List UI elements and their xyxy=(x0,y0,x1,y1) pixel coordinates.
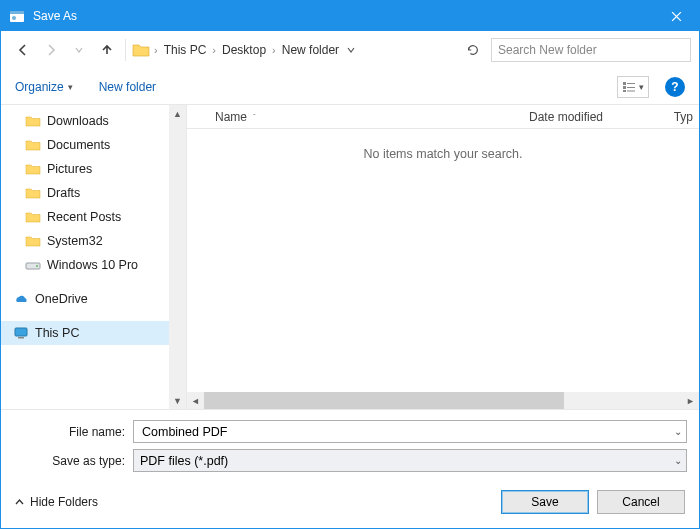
save-as-dialog: Save As › This PC › Desktop › New folder… xyxy=(0,0,700,529)
new-folder-button[interactable]: New folder xyxy=(99,80,156,94)
navigation-bar: › This PC › Desktop › New folder Search … xyxy=(1,31,699,69)
chevron-down-icon: ▾ xyxy=(68,82,73,92)
tree-item-label: Recent Posts xyxy=(47,210,121,224)
view-icon xyxy=(622,81,636,93)
main-area: DownloadsDocumentsPicturesDraftsRecent P… xyxy=(1,105,699,410)
address-dropdown[interactable] xyxy=(343,46,359,54)
tree-item-label: Pictures xyxy=(47,162,92,176)
breadcrumb-item[interactable]: New folder xyxy=(280,43,341,57)
tree-item-label: This PC xyxy=(35,326,79,340)
tree-item-label: OneDrive xyxy=(35,292,88,306)
close-button[interactable] xyxy=(653,1,699,31)
breadcrumb-item[interactable]: This PC xyxy=(162,43,209,57)
tree-item[interactable]: This PC xyxy=(1,321,186,345)
svg-rect-12 xyxy=(18,337,24,339)
save-fields: File name: ⌄ Save as type: PDF files (*.… xyxy=(1,410,699,480)
tree-item[interactable]: Drafts xyxy=(1,181,186,205)
tree-item[interactable]: System32 xyxy=(1,229,186,253)
chevron-up-icon xyxy=(15,498,24,507)
sort-caret-icon: ˆ xyxy=(253,112,256,121)
chevron-down-icon[interactable]: ⌄ xyxy=(674,455,682,466)
file-list-area: Nameˆ Date modified Typ No items match y… xyxy=(187,105,699,409)
savetype-select[interactable]: PDF files (*.pdf) ⌄ xyxy=(133,449,687,472)
tree-item-label: System32 xyxy=(47,234,103,248)
chevron-right-icon: › xyxy=(210,44,218,56)
svg-rect-8 xyxy=(627,90,635,91)
svg-rect-7 xyxy=(627,87,635,88)
svg-rect-3 xyxy=(623,82,626,85)
refresh-button[interactable] xyxy=(461,38,485,62)
view-options-button[interactable]: ▾ xyxy=(617,76,649,98)
scroll-left-icon[interactable]: ◄ xyxy=(187,392,204,409)
search-input[interactable]: Search New folder xyxy=(491,38,691,62)
scrollbar-thumb[interactable] xyxy=(204,392,564,409)
tree-item[interactable]: Documents xyxy=(1,133,186,157)
search-placeholder: Search New folder xyxy=(498,43,597,57)
filename-text[interactable] xyxy=(140,424,680,440)
tree-scrollbar[interactable]: ▲ ▼ xyxy=(169,105,186,409)
chevron-right-icon: › xyxy=(270,44,278,56)
breadcrumb-item[interactable]: Desktop xyxy=(220,43,268,57)
svg-rect-6 xyxy=(627,83,635,84)
hide-folders-button[interactable]: Hide Folders xyxy=(15,495,98,509)
tree-item[interactable]: Windows 10 Pro xyxy=(1,253,186,277)
dialog-footer: Hide Folders Save Cancel xyxy=(1,480,699,528)
svg-rect-11 xyxy=(15,328,27,336)
navigation-pane[interactable]: DownloadsDocumentsPicturesDraftsRecent P… xyxy=(1,105,187,409)
scroll-down-icon[interactable]: ▼ xyxy=(169,392,186,409)
back-button[interactable] xyxy=(9,36,37,64)
tree-item-label: Drafts xyxy=(47,186,80,200)
svg-point-2 xyxy=(12,16,16,20)
address-bar[interactable]: › This PC › Desktop › New folder xyxy=(152,38,459,62)
cancel-button[interactable]: Cancel xyxy=(597,490,685,514)
folder-icon xyxy=(130,39,152,61)
svg-rect-1 xyxy=(10,11,24,14)
tree-item[interactable]: Downloads xyxy=(1,109,186,133)
filename-input[interactable]: ⌄ xyxy=(133,420,687,443)
recent-locations-button[interactable] xyxy=(65,36,93,64)
scroll-right-icon[interactable]: ► xyxy=(682,392,699,409)
window-title: Save As xyxy=(33,9,653,23)
svg-rect-4 xyxy=(623,86,626,89)
filename-label: File name: xyxy=(13,425,133,439)
save-button[interactable]: Save xyxy=(501,490,589,514)
tree-item-label: Windows 10 Pro xyxy=(47,258,138,272)
savetype-label: Save as type: xyxy=(13,454,133,468)
svg-point-10 xyxy=(36,265,38,267)
tree-item[interactable]: Pictures xyxy=(1,157,186,181)
chevron-down-icon[interactable]: ⌄ xyxy=(674,426,682,437)
empty-message: No items match your search. xyxy=(187,129,699,392)
column-headers[interactable]: Nameˆ Date modified Typ xyxy=(187,105,699,129)
column-date[interactable]: Date modified xyxy=(529,110,659,124)
column-name[interactable]: Nameˆ xyxy=(207,110,529,124)
tree-item-label: Downloads xyxy=(47,114,109,128)
app-icon xyxy=(9,8,25,24)
close-icon xyxy=(671,11,682,22)
column-type[interactable]: Typ xyxy=(659,110,699,124)
up-button[interactable] xyxy=(93,36,121,64)
toolbar: Organize ▾ New folder ▾ ? xyxy=(1,69,699,105)
svg-rect-5 xyxy=(623,90,626,92)
savetype-value: PDF files (*.pdf) xyxy=(140,454,228,468)
chevron-down-icon: ▾ xyxy=(639,82,644,92)
scroll-up-icon[interactable]: ▲ xyxy=(169,105,186,122)
tree-item-label: Documents xyxy=(47,138,110,152)
help-button[interactable]: ? xyxy=(665,77,685,97)
organize-menu[interactable]: Organize ▾ xyxy=(15,80,73,94)
chevron-right-icon: › xyxy=(152,44,160,56)
forward-button[interactable] xyxy=(37,36,65,64)
tree-item[interactable]: OneDrive xyxy=(1,287,186,311)
horizontal-scrollbar[interactable]: ◄ ► xyxy=(187,392,699,409)
titlebar: Save As xyxy=(1,1,699,31)
tree-item[interactable]: Recent Posts xyxy=(1,205,186,229)
